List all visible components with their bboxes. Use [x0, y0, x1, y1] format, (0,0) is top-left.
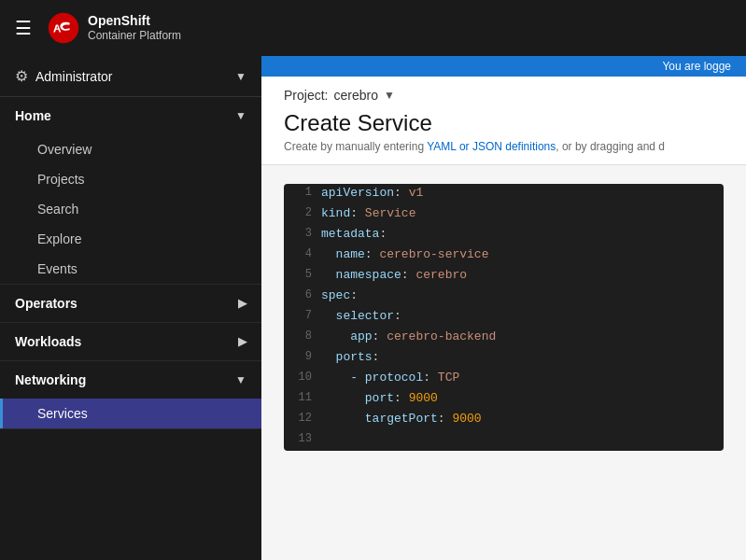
line-number: 10 [284, 369, 321, 385]
code-line: 10 - protocol: TCP [284, 369, 724, 389]
logged-in-bar: You are logge [261, 56, 746, 77]
line-content: targetPort: 9000 [321, 410, 482, 427]
line-number: 3 [284, 225, 321, 242]
project-chevron-icon: ▼ [384, 89, 395, 102]
code-line: 1apiVersion: v1 [284, 184, 724, 204]
home-nav-items: Overview Projects Search Explore Events [0, 134, 261, 284]
brand-openshift-label: OpenShift [88, 13, 181, 29]
brand-platform-label: Container Platform [88, 29, 181, 42]
line-number: 11 [284, 389, 321, 406]
code-line: 6spec: [284, 287, 724, 307]
code-line: 13 [284, 430, 724, 451]
line-content: app: cerebro-backend [321, 328, 496, 345]
code-line: 5 namespace: cerebro [284, 266, 724, 287]
line-content: selector: [321, 307, 401, 325]
nav-section-networking-header[interactable]: Networking ▼ [0, 361, 261, 399]
sidebar-item-services[interactable]: Services [0, 399, 261, 428]
networking-nav-items: Services [0, 399, 261, 428]
code-line: 9 ports: [284, 348, 724, 369]
line-number: 2 [284, 204, 321, 221]
nav-section-operators: Operators ▶ [0, 285, 261, 323]
sidebar-item-explore[interactable]: Explore [0, 224, 261, 254]
code-line: 8 app: cerebro-backend [284, 328, 724, 348]
project-label: Project: [284, 88, 328, 103]
sidebar-item-projects[interactable]: Projects [0, 164, 261, 194]
workloads-chevron-icon: ▶ [238, 335, 246, 348]
code-line: 11 port: 9000 [284, 389, 724, 410]
code-line: 3metadata: [284, 225, 724, 245]
line-content: apiVersion: v1 [321, 184, 423, 202]
admin-chevron-icon: ▼ [235, 70, 246, 83]
line-number: 7 [284, 307, 321, 324]
content-header: Project: cerebro ▼ Create Service Create… [261, 77, 746, 165]
gear-icon: ⚙ [15, 67, 28, 85]
page-title: Create Service [284, 110, 724, 140]
line-number: 8 [284, 328, 321, 344]
line-content: kind: Service [321, 204, 415, 222]
nav-section-home-header[interactable]: Home ▼ [0, 97, 261, 134]
line-content: namespace: cerebro [321, 266, 467, 284]
line-number: 5 [284, 266, 321, 283]
code-line: 4 name: cerebro-service [284, 245, 724, 266]
operators-section-label: Operators [15, 296, 77, 311]
home-section-label: Home [15, 108, 51, 123]
project-name: cerebro [333, 88, 377, 103]
top-header: ☰ OpenShift Container Platform [0, 0, 746, 56]
code-line: 12 targetPort: 9000 [284, 410, 724, 430]
svg-point-0 [49, 13, 78, 43]
nav-section-workloads: Workloads ▶ [0, 323, 261, 361]
sidebar-item-events[interactable]: Events [0, 254, 261, 284]
content-area: You are logge Project: cerebro ▼ Create … [261, 56, 746, 560]
line-content: ports: [321, 348, 379, 366]
code-editor[interactable]: 1apiVersion: v12kind: Service3metadata:4… [284, 184, 724, 451]
admin-selector[interactable]: ⚙ Administrator ▼ [0, 56, 261, 97]
brand-logo: OpenShift Container Platform [47, 11, 181, 45]
redhat-logo-icon [47, 11, 80, 45]
line-number: 12 [284, 410, 321, 427]
sidebar-item-overview[interactable]: Overview [0, 134, 261, 164]
content-body: 1apiVersion: v12kind: Service3metadata:4… [261, 165, 746, 469]
line-number: 6 [284, 287, 321, 303]
code-line: 7 selector: [284, 307, 724, 328]
brand-text: OpenShift Container Platform [88, 13, 181, 42]
line-number: 13 [284, 430, 321, 447]
project-selector[interactable]: Project: cerebro ▼ [284, 88, 724, 110]
nav-section-home: Home ▼ Overview Projects Search Explore … [0, 97, 261, 285]
nav-section-operators-header[interactable]: Operators ▶ [0, 285, 261, 322]
nav-section-workloads-header[interactable]: Workloads ▶ [0, 323, 261, 360]
networking-section-label: Networking [15, 372, 86, 387]
page-subtitle: Create by manually entering YAML or JSON… [284, 140, 724, 164]
workloads-section-label: Workloads [15, 334, 81, 349]
main-layout: ⚙ Administrator ▼ Home ▼ Overview Projec… [0, 56, 746, 560]
nav-section-networking: Networking ▼ Services [0, 361, 261, 429]
code-line: 2kind: Service [284, 204, 724, 225]
line-content: name: cerebro-service [321, 245, 488, 263]
home-chevron-icon: ▼ [235, 109, 246, 122]
sidebar-item-search[interactable]: Search [0, 194, 261, 224]
hamburger-menu-icon[interactable]: ☰ [15, 19, 32, 37]
line-number: 1 [284, 184, 321, 201]
line-content: spec: [321, 287, 358, 304]
line-content: metadata: [321, 225, 387, 243]
networking-chevron-icon: ▼ [235, 373, 246, 386]
yaml-link[interactable]: YAML or JSON definitions [427, 140, 556, 153]
line-content: - protocol: TCP [321, 369, 459, 386]
line-number: 4 [284, 245, 321, 262]
admin-label: Administrator [35, 69, 228, 84]
sidebar: ⚙ Administrator ▼ Home ▼ Overview Projec… [0, 56, 261, 560]
operators-chevron-icon: ▶ [238, 297, 246, 310]
line-number: 9 [284, 348, 321, 365]
line-content: port: 9000 [321, 389, 438, 407]
